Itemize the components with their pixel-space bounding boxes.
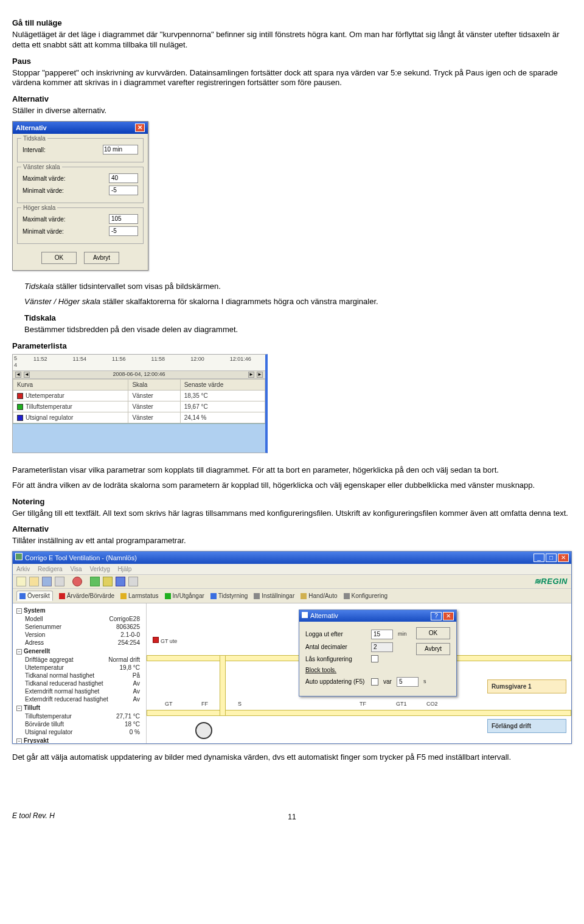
label-ff: FF bbox=[201, 701, 208, 708]
tab-oversikt[interactable]: Översikt bbox=[16, 591, 53, 601]
checkbox-las-konfig[interactable] bbox=[371, 655, 378, 662]
tree-system[interactable]: System bbox=[24, 607, 46, 614]
text-paus: Stoppar "papperet" och inskrivning av ku… bbox=[12, 68, 572, 89]
col-kurva[interactable]: Kurva bbox=[13, 379, 128, 390]
input-decimaler[interactable]: 2 bbox=[371, 642, 393, 652]
input-min-hoger[interactable]: -5 bbox=[109, 226, 138, 236]
help-icon[interactable]: ? bbox=[431, 612, 442, 620]
toolbar-print-icon[interactable] bbox=[55, 577, 64, 586]
text-tidsbredd: Bestämmer tidsbredden på den visade dele… bbox=[24, 325, 572, 335]
checkbox-auto-update[interactable] bbox=[371, 678, 378, 686]
tab-tidstyrning[interactable]: Tidstyrning bbox=[210, 591, 248, 601]
col-senaste[interactable]: Senaste värde bbox=[180, 379, 265, 390]
io-icon bbox=[165, 593, 171, 599]
tree-collapse-icon[interactable]: − bbox=[16, 649, 22, 655]
group-tidskala: Tidskala Intervall: 10 min bbox=[17, 138, 144, 162]
input-auto-interval[interactable]: 5 bbox=[397, 677, 419, 687]
app-titlebar[interactable]: Corrigo E Tool Ventilation - (Namnlös) _… bbox=[13, 552, 571, 563]
tree-val: 8063625 bbox=[116, 623, 140, 631]
tab-konfigurering[interactable]: Konfigurering bbox=[344, 591, 388, 601]
ok-button[interactable]: OK bbox=[41, 252, 77, 264]
text-skala-rest: ställer skalfaktorerna för skalorna I di… bbox=[100, 297, 378, 306]
dialog-titlebar[interactable]: Alternativ ✕ bbox=[13, 122, 148, 134]
tree-val: På bbox=[133, 672, 140, 679]
tree-collapse-icon[interactable]: − bbox=[16, 608, 22, 614]
toolbar-stop-icon[interactable] bbox=[72, 577, 82, 586]
close-icon[interactable]: ✕ bbox=[135, 123, 145, 132]
input-logga-ut[interactable]: 15 bbox=[371, 630, 393, 639]
tree-key: Tilluftstemperatur bbox=[25, 712, 72, 720]
tree-val: 18 °C bbox=[125, 720, 140, 728]
inner-cancel-button[interactable]: Avbryt bbox=[416, 643, 450, 655]
toolbar-gear-icon[interactable] bbox=[128, 577, 138, 586]
tab-installningar[interactable]: Inställningar bbox=[254, 591, 294, 601]
select-intervall[interactable]: 10 min bbox=[103, 145, 138, 155]
row-val: 24,14 % bbox=[180, 412, 265, 423]
scroll-left-icon[interactable]: ◄ bbox=[15, 372, 21, 378]
tree-key: Driftläge aggregat bbox=[25, 656, 74, 664]
input-max-vanster[interactable]: 40 bbox=[109, 173, 138, 183]
axis-tick: 12:01:46 bbox=[230, 356, 251, 363]
input-min-vanster[interactable]: -5 bbox=[109, 186, 138, 195]
box-rumsgivare[interactable]: Rumsgivare 1 bbox=[487, 679, 566, 693]
close-icon[interactable]: ✕ bbox=[558, 554, 569, 562]
tree-tilluft[interactable]: Tilluft bbox=[24, 704, 40, 711]
link-block-tools[interactable]: Block tools. bbox=[305, 666, 366, 674]
swatch-green-icon bbox=[17, 404, 23, 410]
app-title: Corrigo E Tool Ventilation - (Namnlös) bbox=[25, 554, 137, 561]
table-row[interactable]: Tilluftstemperatur Vänster 19,67 °C bbox=[13, 401, 265, 412]
label-var: var bbox=[383, 678, 392, 686]
tab-larmstatus[interactable]: Larmstatus bbox=[120, 591, 158, 601]
parameter-table: Kurva Skala Senaste värde Utetemperatur … bbox=[13, 379, 265, 423]
scroll-right2-icon[interactable]: ► bbox=[248, 372, 254, 378]
menu-redigera[interactable]: Redigera bbox=[38, 566, 63, 572]
label-min-hoger: Minimalt värde: bbox=[23, 228, 64, 235]
menu-verktyg[interactable]: Verktyg bbox=[89, 566, 109, 572]
toolbar-down-yellow-icon[interactable] bbox=[103, 577, 113, 586]
tab-io[interactable]: In/Utgångar bbox=[165, 591, 204, 601]
menu-visa[interactable]: Visa bbox=[70, 566, 82, 572]
clock-icon bbox=[210, 593, 217, 599]
tree-val: 19,8 °C bbox=[120, 664, 140, 672]
toolbar-new-icon[interactable] bbox=[16, 577, 26, 586]
tree-frysvakt[interactable]: Frysvakt bbox=[24, 737, 49, 743]
label-gt: GT bbox=[165, 701, 173, 708]
minimize-icon[interactable]: _ bbox=[534, 554, 544, 562]
tree-collapse-icon[interactable]: − bbox=[16, 738, 22, 743]
table-row[interactable]: Utetemperatur Vänster 18,35 °C bbox=[13, 390, 265, 401]
scroll-right-icon[interactable]: ► bbox=[257, 372, 263, 378]
toolbar-down-green-icon[interactable] bbox=[90, 577, 100, 586]
text-paramlist-2: För att ändra vilken av de lodräta skalo… bbox=[12, 481, 572, 491]
dialog-title-text: Alternativ bbox=[16, 123, 47, 132]
label-gt1: GT1 bbox=[396, 701, 407, 708]
menubar[interactable]: Arkiv Redigera Visa Verktyg Hjälp bbox=[13, 564, 571, 575]
chart-scrollbar[interactable]: ◄ ◄ 2008-06-04, 12:00:46 ► ► bbox=[13, 370, 265, 379]
panel-gap bbox=[13, 423, 265, 453]
menu-arkiv[interactable]: Arkiv bbox=[16, 566, 30, 572]
toolbar-open-icon[interactable] bbox=[29, 577, 39, 586]
inner-ok-button[interactable]: OK bbox=[416, 627, 450, 639]
chart-datetime: 2008-06-04, 12:00:46 bbox=[32, 371, 246, 378]
tree-key: Tidkanal normal hastighet bbox=[25, 672, 94, 679]
scroll-left2-icon[interactable]: ◄ bbox=[24, 372, 30, 378]
col-skala[interactable]: Skala bbox=[128, 379, 180, 390]
regin-logo: ≋REGIN bbox=[534, 577, 568, 587]
inner-dialog-titlebar[interactable]: Alternativ ? ✕ bbox=[299, 610, 456, 621]
input-max-hoger[interactable]: 105 bbox=[109, 214, 138, 224]
tree-collapse-icon[interactable]: − bbox=[16, 706, 22, 711]
cancel-button[interactable]: Avbryt bbox=[84, 252, 119, 264]
menu-hjalp[interactable]: Hjälp bbox=[118, 566, 132, 572]
tree-key: Tidkanal reducerad hastighet bbox=[25, 679, 103, 687]
close-icon[interactable]: ✕ bbox=[443, 612, 454, 620]
panel-parameterlista: 5 4 11:52 11:54 11:56 11:58 12:00 12:01:… bbox=[12, 354, 268, 453]
tab-handauto[interactable]: Hand/Auto bbox=[301, 591, 337, 601]
tree-generellt[interactable]: Generellt bbox=[24, 648, 50, 655]
maximize-icon[interactable]: □ bbox=[546, 554, 557, 562]
box-forlangd[interactable]: Förlängd drift bbox=[487, 719, 566, 733]
toolbar-down-blue-icon[interactable] bbox=[116, 577, 125, 586]
fan-icon bbox=[195, 722, 212, 739]
tree-panel[interactable]: −System ModellCorrigoE28 Serienummer8063… bbox=[13, 603, 147, 743]
toolbar-save-icon[interactable] bbox=[42, 577, 52, 586]
table-row[interactable]: Utsignal regulator Vänster 24,14 % bbox=[13, 412, 265, 423]
tab-arvarde[interactable]: Ärvärde/Börvärde bbox=[59, 591, 114, 601]
